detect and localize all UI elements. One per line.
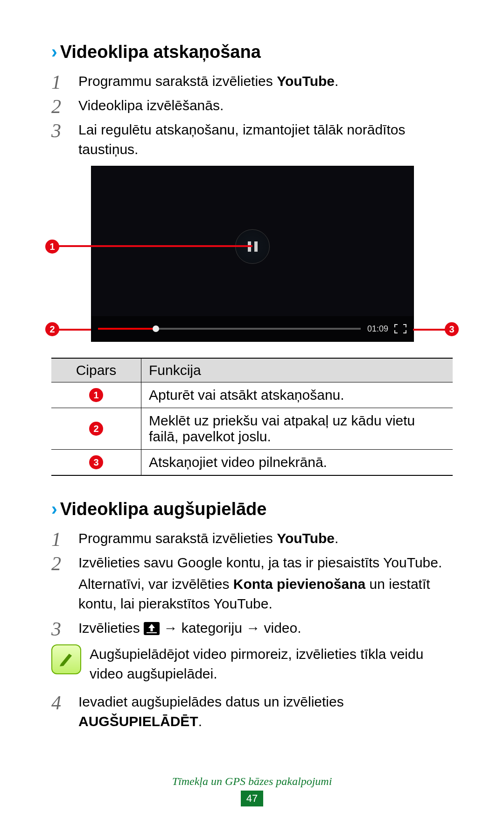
fullscreen-button[interactable] — [394, 324, 407, 334]
video-controls: 01:09 — [91, 316, 413, 341]
section-title-upload-text: Videoklipa augšupielāde — [60, 499, 267, 519]
cont-pre: Alternatīvi, var izvēlēties — [78, 576, 233, 592]
row-func-1: Apturēt vai atsākt atskaņošanu. — [141, 382, 453, 408]
step-item: Programmu sarakstā izvēlieties YouTube. — [51, 529, 453, 548]
callout-line — [413, 329, 447, 331]
step-bold: AUGŠUPIELĀDĒT — [78, 714, 198, 729]
row-badge-2: 2 — [89, 422, 103, 436]
section-title-playback-text: Videoklipa atskaņošana — [60, 42, 261, 62]
step-item: Videoklipa izvēlēšanās. — [51, 96, 453, 115]
th-cipars: Cipars — [51, 358, 141, 382]
video-player-figure: 01:09 1 2 3 — [86, 166, 418, 342]
th-funkcija: Funkcija — [141, 358, 453, 382]
step-item: Ievadiet augšupielādes datus un izvēliet… — [51, 692, 453, 731]
step-text: Ievadiet augšupielādes datus un izvēliet… — [78, 694, 344, 709]
section-title-playback: ›Videoklipa atskaņošana — [51, 42, 453, 62]
page-number: 47 — [241, 791, 263, 806]
step-item: Lai regulētu atskaņošanu, izmantojiet tā… — [51, 120, 453, 159]
table-row: 2 Meklēt uz priekšu vai atpakaļ uz kādu … — [51, 408, 453, 450]
playback-steps: Programmu sarakstā izvēlieties YouTube. … — [51, 71, 453, 159]
step-text-post: . — [198, 714, 202, 729]
chevron-icon: › — [51, 499, 57, 519]
row-badge-3: 3 — [89, 455, 103, 469]
table-row: 3 Atskaņojiet video pilnekrānā. — [51, 450, 453, 476]
chevron-icon: › — [51, 42, 57, 62]
document-page: ›Videoklipa atskaņošana Programmu saraks… — [0, 0, 504, 827]
function-table: Cipars Funkcija 1 Apturēt vai atsākt ats… — [51, 358, 453, 476]
cont-bold: Konta pievienošana — [233, 576, 365, 592]
table-row: 1 Apturēt vai atsākt atskaņošanu. — [51, 382, 453, 408]
note: Augšupielādējot video pirmoreiz, izvēlie… — [51, 644, 453, 684]
row-badge-1: 1 — [89, 388, 103, 402]
seek-bar[interactable] — [98, 328, 361, 330]
step-continuation: Alternatīvi, var izvēlēties Konta pievie… — [78, 574, 453, 614]
upload-steps: Programmu sarakstā izvēlieties YouTube. … — [51, 529, 453, 731]
step-bold: YouTube — [277, 530, 335, 546]
note-text: Augšupielādējot video pirmoreiz, izvēlie… — [90, 644, 453, 684]
video-time: 01:09 — [367, 324, 388, 334]
page-footer: Tīmekļa un GPS bāzes pakalpojumi 47 — [0, 775, 504, 806]
step-text-post: . — [335, 530, 338, 546]
callout-badge-3: 3 — [445, 322, 459, 336]
callout-line — [57, 245, 252, 247]
upload-icon — [144, 622, 160, 635]
step-text: Izvēlieties savu Google kontu, ja tas ir… — [78, 555, 442, 570]
step-item: Izvēlieties savu Google kontu, ja tas ir… — [51, 553, 453, 614]
video-player: 01:09 — [91, 166, 414, 342]
step-text: Programmu sarakstā izvēlieties — [78, 530, 277, 546]
row-func-2: Meklēt uz priekšu vai atpakaļ uz kādu vi… — [141, 408, 453, 450]
section-title-upload: ›Videoklipa augšupielāde — [51, 499, 453, 519]
step-item: Izvēlieties → kategoriju → video. Augšup… — [51, 618, 453, 684]
step-text: Izvēlieties — [78, 620, 144, 636]
step-text: Lai regulētu atskaņošanu, izmantojiet tā… — [78, 122, 405, 157]
step-text-post: . — [335, 73, 338, 89]
step-text: Programmu sarakstā izvēlieties — [78, 73, 277, 89]
footer-text: Tīmekļa un GPS bāzes pakalpojumi — [0, 775, 504, 788]
step-item: Programmu sarakstā izvēlieties YouTube. — [51, 71, 453, 91]
fullscreen-icon — [394, 324, 407, 334]
note-icon — [51, 644, 81, 674]
callout-line — [57, 329, 91, 331]
step-text-post: → kategoriju → video. — [160, 620, 301, 636]
step-text: Videoklipa izvēlēšanās. — [78, 98, 224, 113]
row-func-3: Atskaņojiet video pilnekrānā. — [141, 450, 453, 476]
step-bold: YouTube — [277, 73, 335, 89]
table-header-row: Cipars Funkcija — [51, 358, 453, 382]
